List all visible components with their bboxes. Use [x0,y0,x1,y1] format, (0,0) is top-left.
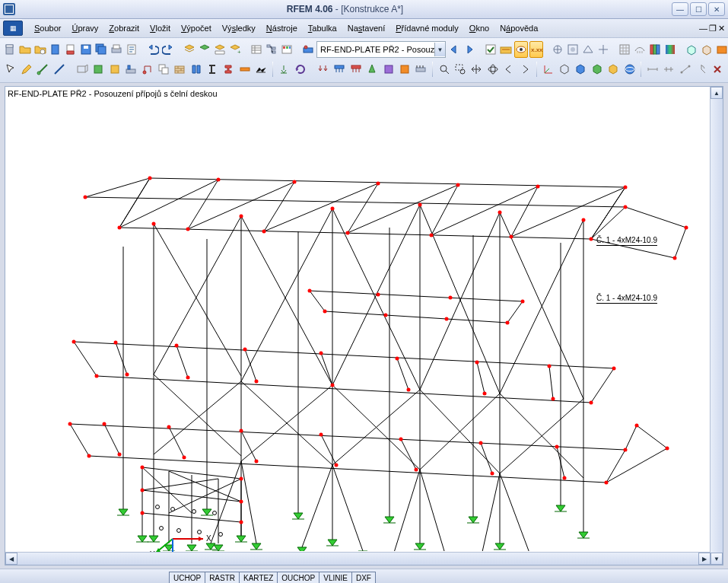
dim-tool-1[interactable] [645,61,660,78]
cube-tool-1[interactable] [685,41,698,58]
menu-okno[interactable]: Okno [464,21,494,35]
model-tool-5[interactable] [140,61,154,78]
mdi-close-button[interactable]: ✕ [718,24,725,33]
support-tool[interactable] [277,61,291,78]
menu-úpravy[interactable]: Úpravy [66,21,103,35]
model-tool-2[interactable] [91,61,106,78]
loads-tool-5[interactable] [381,61,396,78]
menu-soubor[interactable]: Soubor [29,21,66,35]
minimize-button[interactable]: — [672,2,688,16]
undo-button[interactable] [146,41,160,58]
check-button[interactable] [484,41,498,58]
loads-tool-1[interactable] [316,61,330,78]
scrollbar-horizontal[interactable]: ◀ ▶ [5,552,711,565]
scroll-down-button[interactable]: ▼ [711,553,723,565]
eye-toggle[interactable] [514,41,528,58]
menu-tabulka[interactable]: Tabulka [303,21,342,35]
box-icon-button[interactable] [715,41,728,58]
dropdown-arrow-icon[interactable]: ▼ [434,43,445,56]
model-tool-1[interactable] [75,61,89,78]
module-case-dropdown[interactable]: RF-END-PLATE PŘ2 - Posouze ▼ [316,41,446,58]
rotate-view-tool[interactable] [485,61,500,78]
grid-tool-1[interactable] [618,41,631,58]
folder-button[interactable] [33,41,47,58]
loads-tool-2[interactable] [332,61,347,78]
dim-tool-4[interactable] [694,61,708,78]
palette-button[interactable] [280,41,294,58]
beam-tool[interactable] [237,61,252,78]
close-button[interactable]: ✕ [708,2,725,16]
iso-tool-1[interactable] [557,61,571,78]
section-tool[interactable] [189,61,203,78]
menu-vložit[interactable]: Vložit [145,21,176,35]
loads-tool-3[interactable] [348,61,363,78]
menu-nastavení[interactable]: Nastavení [342,21,391,35]
dim-tool-3[interactable] [678,61,692,78]
scroll-left-button[interactable]: ◀ [5,553,17,565]
model-canvas[interactable]: RF-END-PLATE PŘ2 - Posouzení přípojů s č… [5,87,711,553]
rotate-tool[interactable] [293,61,307,78]
loads-tool-7[interactable] [414,61,428,78]
new-button[interactable] [3,41,17,58]
del-tool[interactable] [711,61,725,78]
mdi-minimize-button[interactable]: — [699,24,707,33]
menu-výpočet[interactable]: Výpočet [176,21,217,35]
menu-zobrazit[interactable]: Zobrazit [103,21,145,35]
mdi-restore-button[interactable]: ❐ [709,24,717,33]
grid-tool-2[interactable] [633,41,647,58]
zoom-tool[interactable] [437,61,451,78]
layers-button[interactable] [183,41,196,58]
globe-tool[interactable] [622,61,637,78]
view-tool-4[interactable] [596,41,610,58]
loads-tool-4[interactable] [365,61,380,78]
iso-tool-4[interactable] [606,61,621,78]
report-button[interactable] [125,41,138,58]
module-button[interactable] [301,41,315,58]
status-toggle-vlinie[interactable]: VLINIE [319,572,352,584]
status-toggle-ouchop[interactable]: OUCHOP [278,572,319,584]
doc-red-button[interactable] [64,41,78,58]
next-case-button[interactable] [463,41,476,58]
color-tool[interactable] [648,41,662,58]
scroll-right-button[interactable]: ▶ [698,553,711,565]
open-button[interactable] [18,41,32,58]
cube-tool-2[interactable] [700,41,714,58]
select-tool[interactable] [3,61,17,78]
results-display-button[interactable] [499,41,513,58]
view-tool-2[interactable] [566,41,580,58]
menu-přídavné moduly[interactable]: Přídavné moduly [390,21,464,35]
axes-tool[interactable] [541,61,555,78]
view-tool-1[interactable] [551,41,564,58]
pan-tool[interactable] [469,61,484,78]
prev-view-tool[interactable] [501,61,516,78]
dim-tool-2[interactable] [662,61,676,78]
iso-tool-2[interactable] [574,61,588,78]
menu-nástroje[interactable]: Nástroje [261,21,303,35]
next-view-tool[interactable] [518,61,532,78]
scrollbar-vertical[interactable]: ▲ ▼ [710,87,723,565]
table-button[interactable] [250,41,263,58]
wall-tool[interactable] [173,61,187,78]
copy-tool[interactable] [156,61,170,78]
menu-nápověda[interactable]: Nápověda [494,21,543,35]
layers-grid-button[interactable] [213,41,227,58]
loads-tool-6[interactable] [397,61,412,78]
status-toggle-uchop[interactable]: UCHOP [169,572,205,584]
save-button[interactable] [79,41,93,58]
model-tool-3[interactable] [107,61,122,78]
line-blue-tool[interactable] [52,61,66,78]
zoom-win-tool[interactable] [453,61,467,78]
truss-tool[interactable] [254,61,269,78]
print-button[interactable] [110,41,123,58]
redo-button[interactable] [161,41,175,58]
model-tool-4[interactable] [124,61,138,78]
prev-case-button[interactable] [447,41,461,58]
status-toggle-dxf[interactable]: DXF [352,572,376,584]
menu-výsledky[interactable]: Výsledky [217,21,261,35]
layers-green-button[interactable] [198,41,211,58]
status-toggle-rastr[interactable]: RASTR [205,572,240,584]
pencil-tool[interactable] [19,61,33,78]
maximize-button[interactable]: ☐ [690,2,707,16]
profile-tool[interactable] [205,61,219,78]
line-green-tool[interactable] [36,61,50,78]
